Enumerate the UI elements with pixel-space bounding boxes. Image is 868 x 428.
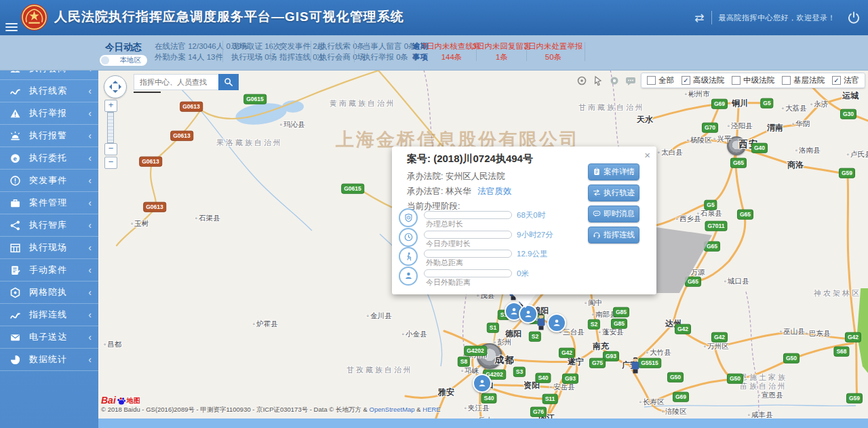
map-label: 兴平 bbox=[713, 134, 732, 144]
checkbox-icon[interactable] bbox=[782, 76, 791, 85]
zoom-slider[interactable] bbox=[107, 112, 114, 143]
person-icon bbox=[399, 267, 418, 286]
case-detail-button[interactable]: 案件详情 bbox=[588, 163, 639, 180]
map-label: 神农架林区 bbox=[814, 288, 861, 298]
sidebar-item-label: 电子送达 bbox=[29, 331, 88, 343]
chat-bubble-icon[interactable] bbox=[625, 75, 637, 87]
road-number-badge: G4202 bbox=[464, 346, 487, 356]
osm-link[interactable]: OpenStreetMap bbox=[370, 406, 415, 413]
here-link[interactable]: HERE bbox=[422, 406, 440, 413]
checkbox-icon[interactable]: ✓ bbox=[682, 76, 690, 85]
delivery-icon bbox=[9, 332, 21, 343]
map-label: 南充 bbox=[593, 341, 609, 352]
metric-value: 12.9公里 bbox=[517, 249, 547, 259]
map-label: 洛南县 bbox=[795, 146, 820, 155]
thinktank-icon bbox=[9, 220, 21, 231]
logout-power-icon[interactable] bbox=[846, 10, 861, 25]
road-number-badge: S1 bbox=[487, 323, 499, 333]
stats-icon bbox=[9, 354, 21, 366]
pan-left-icon[interactable] bbox=[106, 84, 112, 90]
road-number-badge: G65 bbox=[737, 210, 753, 220]
map-label: 蓬安县 bbox=[598, 328, 623, 337]
sidebar-item-scene[interactable]: 执行现场‹ bbox=[0, 237, 98, 259]
chevron-icon: ‹ bbox=[88, 85, 92, 96]
track-button[interactable]: 执行轨迹 bbox=[588, 184, 639, 201]
pan-right-icon[interactable] bbox=[119, 84, 124, 90]
road-number-badge: G59 bbox=[839, 168, 855, 178]
chevron-icon: ‹ bbox=[88, 354, 92, 365]
locate-icon[interactable] bbox=[576, 75, 588, 87]
map-label: 华阴 bbox=[792, 119, 810, 129]
map-label: 安岳县 bbox=[549, 383, 574, 392]
metric-progressbar bbox=[424, 269, 512, 277]
road-number-badge: G75 bbox=[589, 358, 606, 368]
cursor-icon[interactable] bbox=[592, 75, 604, 87]
metric-progressbar bbox=[424, 211, 512, 219]
filter-基层法院[interactable]: 基层法院 bbox=[782, 75, 825, 85]
zoom-out-secondary-button[interactable]: − bbox=[104, 157, 117, 169]
filter-中级法院[interactable]: 中级法院 bbox=[732, 75, 774, 85]
stats-title: 今日动态 bbox=[105, 41, 142, 54]
judge-line: 承办法官: 林兴华法官质效 bbox=[407, 186, 511, 197]
region-toggle[interactable]: 本地区 bbox=[100, 55, 147, 66]
map-pan-control[interactable] bbox=[104, 75, 127, 98]
filter-全部[interactable]: 全部 bbox=[647, 75, 674, 85]
map-label: 邛崃 bbox=[461, 366, 479, 376]
sidebar-item-thinktank[interactable]: 执行智库‹ bbox=[0, 214, 98, 237]
map-label: 夹江县 bbox=[464, 404, 489, 413]
zoom-out-button[interactable]: − bbox=[104, 143, 117, 155]
metric-progressbar bbox=[424, 231, 512, 239]
officer-marker[interactable] bbox=[519, 305, 538, 324]
map-label: 涪陵区 bbox=[661, 407, 686, 416]
map-label: 西乡县 bbox=[675, 214, 701, 224]
sidebar-item-grid[interactable]: 网格陪执‹ bbox=[0, 281, 98, 304]
search-input[interactable] bbox=[134, 74, 218, 90]
map-label: 大竹县 bbox=[646, 348, 671, 357]
header-divider bbox=[711, 11, 712, 24]
map-label: 万州区 bbox=[703, 342, 728, 351]
sidebar-item-clue[interactable]: 执行线索‹ bbox=[0, 80, 98, 102]
sidebar-item-case[interactable]: 案件管理‹ bbox=[0, 192, 98, 214]
checkbox-icon[interactable] bbox=[732, 76, 741, 85]
checkbox-icon[interactable]: ✓ bbox=[832, 76, 841, 85]
connect-icon bbox=[593, 231, 601, 240]
zoom-in-button[interactable]: + bbox=[104, 100, 117, 112]
sidebar-item-command[interactable]: 指挥连线‹ bbox=[0, 304, 98, 326]
toggle-knob bbox=[101, 56, 109, 64]
judge-figure-marker[interactable] bbox=[631, 357, 640, 373]
chat-button[interactable]: 即时消息 bbox=[588, 206, 639, 222]
sidebar-item-delivery[interactable]: 电子送达‹ bbox=[0, 326, 98, 349]
sidebar-item-emergency[interactable]: 突发事件‹ bbox=[0, 170, 98, 192]
judge-figure-marker[interactable] bbox=[537, 313, 546, 330]
road-number-badge: G0613 bbox=[180, 102, 203, 112]
sidebar-item-manual[interactable]: 手动案件‹ bbox=[0, 259, 98, 281]
sidebar-item-report[interactable]: 执行举报‹ bbox=[0, 102, 98, 125]
officer-marker[interactable] bbox=[473, 374, 492, 393]
sidebar-item-stats[interactable]: 数据统计‹ bbox=[0, 349, 98, 371]
road-number-badge: G0615 bbox=[243, 94, 267, 104]
search-button[interactable] bbox=[218, 74, 239, 90]
road-number-badge: G93 bbox=[562, 374, 578, 384]
metric-row: 12.9公里外勤总距离 bbox=[399, 250, 595, 269]
sidebar-item-entrust[interactable]: e执行委托‹ bbox=[0, 147, 98, 170]
filter-高级法院[interactable]: ✓高级法院 bbox=[682, 75, 724, 85]
pan-up-icon[interactable] bbox=[113, 78, 118, 83]
map-canvas[interactable]: 上海金桥信息股份有限公司 + − − 全部✓高级法院中级法院基层法院✓法官 bbox=[98, 70, 868, 428]
sidebar-item-label: 执行委托 bbox=[29, 152, 88, 164]
pan-down-icon[interactable] bbox=[113, 90, 118, 96]
close-icon[interactable]: × bbox=[644, 149, 650, 161]
target-icon[interactable] bbox=[608, 75, 620, 87]
road-number-badge: S2 bbox=[529, 332, 541, 342]
menu-toggle-icon[interactable] bbox=[5, 21, 19, 32]
judge-performance-link[interactable]: 法官质效 bbox=[477, 187, 511, 196]
officer-marker[interactable] bbox=[547, 313, 566, 332]
road-number-badge: G42 bbox=[559, 348, 575, 358]
grid-icon bbox=[9, 287, 21, 298]
filter-法官[interactable]: ✓法官 bbox=[832, 75, 859, 85]
connect-button[interactable]: 指挥连线 bbox=[588, 227, 639, 244]
checkbox-icon[interactable] bbox=[647, 76, 656, 85]
switch-icon[interactable]: ⇄ bbox=[694, 12, 704, 24]
sidebar-item-alarm[interactable]: 执行报警‹ bbox=[0, 125, 98, 147]
court-line: 承办法院: 安州区人民法院 bbox=[407, 171, 505, 182]
map-attribution: © 2018 Baidu - GS(2016)2089号 - 甲测资字11009… bbox=[101, 406, 441, 414]
